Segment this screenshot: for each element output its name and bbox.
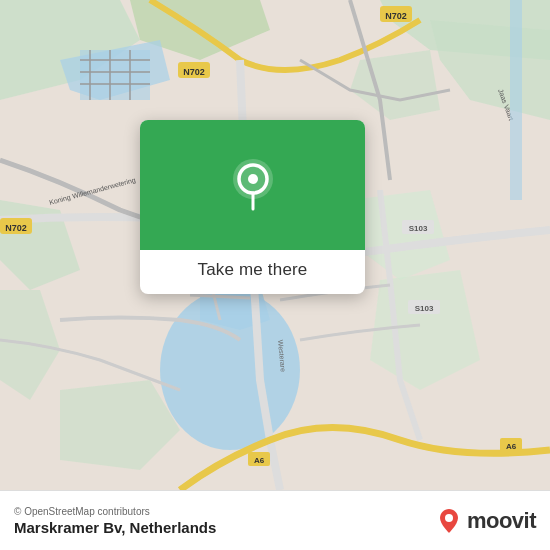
map-container: N702 N702 Koning Willemanderwetering N70… — [0, 0, 550, 490]
moovit-logo: moovit — [437, 507, 536, 535]
svg-text:N702: N702 — [5, 223, 27, 233]
svg-point-42 — [248, 174, 258, 184]
moovit-text: moovit — [467, 508, 536, 534]
svg-point-43 — [445, 514, 453, 522]
osm-credit: © OpenStreetMap contributors — [14, 506, 216, 517]
svg-text:N702: N702 — [385, 11, 407, 21]
svg-text:S103: S103 — [415, 304, 434, 313]
svg-text:S103: S103 — [409, 224, 428, 233]
popup-green-area — [140, 120, 365, 250]
take-me-there-button[interactable]: Take me there — [198, 260, 308, 280]
svg-text:A6: A6 — [506, 442, 517, 451]
svg-text:A6: A6 — [254, 456, 265, 465]
footer: © OpenStreetMap contributors Marskramer … — [0, 490, 550, 550]
footer-left: © OpenStreetMap contributors Marskramer … — [14, 506, 216, 536]
svg-text:N702: N702 — [183, 67, 205, 77]
location-pin-icon — [229, 157, 277, 213]
popup-card: Take me there — [140, 120, 365, 294]
popup-button-area[interactable]: Take me there — [140, 250, 365, 294]
moovit-pin-icon — [437, 507, 461, 535]
svg-rect-31 — [510, 0, 522, 200]
location-name: Marskramer Bv, Netherlands — [14, 519, 216, 536]
